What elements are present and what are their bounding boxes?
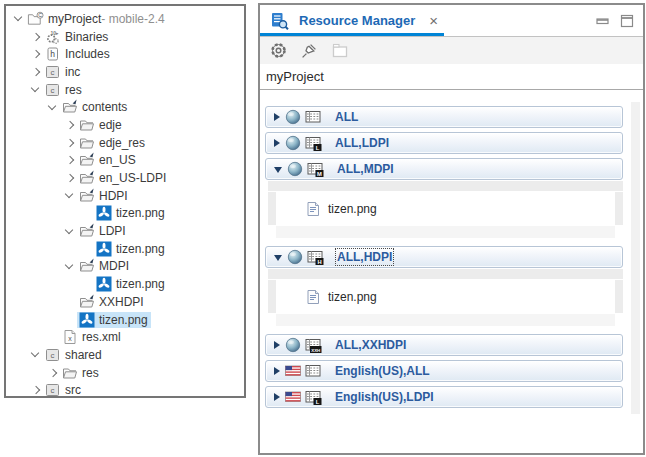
chevron-right-icon[interactable] [29,65,43,79]
globe-icon [285,109,301,125]
maximize-icon[interactable] [620,14,634,28]
chevron-down-icon[interactable] [63,189,77,203]
resource-group-label: ALL [335,110,358,124]
folder-icon [78,117,95,133]
resource-group-label: ALL,LDPI [335,136,389,150]
tree-item-edje[interactable]: edje [6,116,244,134]
triangle-right-icon[interactable] [274,367,280,375]
triangle-right-icon[interactable] [274,393,280,401]
vertical-scrollbar[interactable] [631,102,640,414]
chevron-down-icon[interactable] [12,12,26,26]
chevron-down-icon[interactable] [63,259,77,273]
window-icon [329,40,351,62]
tree-item-label: res.xml [82,330,121,344]
tree-item-content: XXHDPI [77,294,147,310]
globe-icon [287,249,303,265]
tree-item-tizen-png[interactable]: tizen.png [6,205,244,223]
chevron-spacer [80,242,94,256]
tree-item-res-xml[interactable]: xres.xml [6,328,244,346]
resource-group-header[interactable]: HALL,HDPI [265,246,623,268]
project-tree: CmyProject - mobile-2.410▸BinarieshInclu… [6,10,244,398]
chevron-right-icon[interactable] [29,383,43,397]
chevron-right-icon[interactable] [63,153,77,167]
tree-item-label: shared [65,348,102,362]
resource-group-header[interactable]: LEnglish(US),LDPI [265,386,623,408]
resource-group-header[interactable]: XXHALL,XXHDPI [265,334,623,356]
tree-item-tizen-png[interactable]: tizen.png [6,240,244,258]
resource-item-tizen-png[interactable]: tizen.png [306,201,377,217]
triangle-down-icon[interactable] [274,167,282,173]
chevron-right-icon[interactable] [63,136,77,150]
tree-item-mdpi[interactable]: MDPI [6,258,244,276]
resource-group-header[interactable]: English(US),ALL [265,360,623,382]
content-scroll-strip[interactable] [615,192,623,225]
chevron-right-icon[interactable] [29,47,43,61]
tree-item-includes[interactable]: hIncludes [6,45,244,63]
triangle-right-icon[interactable] [274,341,280,349]
tree-item-contents[interactable]: contents [6,98,244,116]
tab-resource-manager[interactable]: Resource Manager × [260,5,444,36]
c-folder-icon: c [44,347,61,363]
includes-icon: h [44,46,61,62]
tree-item-content: HDPI [77,188,131,204]
tree-item-tizen-png[interactable]: tizen.png [6,311,244,329]
resource-group-header[interactable]: MALL,MDPI [265,158,623,180]
triangle-right-icon[interactable] [274,113,280,121]
gear-icon[interactable] [267,40,289,62]
resource-item-label: tizen.png [328,290,377,304]
chevron-right-icon[interactable] [63,171,77,185]
tree-item-res[interactable]: cres [6,81,244,99]
resource-group-header[interactable]: LALL,LDPI [265,132,623,154]
chevron-down-icon[interactable] [63,224,77,238]
resource-group-header[interactable]: ALL [265,106,623,128]
tree-item-label: Binaries [65,30,108,44]
resource-group-all-xxhdpi: XXHALL,XXHDPI [265,334,623,356]
tree-item-tizen-png[interactable]: tizen.png [6,275,244,293]
tree-item-content: edje_res [77,135,148,151]
content-scroll-strip[interactable] [615,280,623,313]
triangle-right-icon[interactable] [274,139,280,147]
tree-item-content: tizen.png [94,241,168,257]
tree-item-label: edje [99,118,122,132]
chevron-right-icon[interactable] [63,118,77,132]
chevron-down-icon[interactable] [46,100,60,114]
window-buttons [596,5,643,36]
c-folder-icon: c [44,82,61,98]
tree-item-en-us-ldpi[interactable]: en_US-LDPI [6,169,244,187]
tree-item-label: en_US [99,153,136,167]
resource-group-label: English(US),LDPI [335,390,434,404]
tree-item-label: res [65,83,82,97]
minimize-icon[interactable] [596,15,610,27]
tree-item-myproject[interactable]: CmyProject - mobile-2.4 [6,10,244,28]
close-icon[interactable]: × [429,13,438,28]
content-footer-strip [276,226,615,238]
chevron-down-icon[interactable] [29,348,43,362]
resource-item-tizen-png[interactable]: tizen.png [306,289,377,305]
tree-item-label: res [82,366,99,380]
tree-item-hdpi[interactable]: HDPI [6,187,244,205]
chevron-down-icon[interactable] [29,83,43,97]
tree-item-ldpi[interactable]: LDPI [6,222,244,240]
tree-item-label: src [65,383,81,397]
folder-icon [61,365,78,381]
pin-icon[interactable] [298,40,320,62]
triangle-down-icon[interactable] [274,255,282,261]
tree-item-src[interactable]: csrc [6,381,244,398]
tree-item-en-us[interactable]: en_US [6,152,244,170]
tree-item-res[interactable]: res [6,364,244,382]
tree-item-edje-res[interactable]: edje_res [6,134,244,152]
resource-item-label: tizen.png [328,202,377,216]
tree-item-xxhdpi[interactable]: XXHDPI [6,293,244,311]
tree-item-binaries[interactable]: 10▸Binaries [6,28,244,46]
tree-item-shared[interactable]: cshared [6,346,244,364]
content-header-strip [268,269,623,279]
tree-item-label: LDPI [99,224,126,238]
tree-item-label: edje_res [99,136,145,150]
resource-group-label: ALL,MDPI [337,162,394,176]
tree-item-label: inc [65,65,80,79]
tree-item-label: tizen.png [99,313,148,327]
tree-item-inc[interactable]: cinc [6,63,244,81]
chevron-right-icon[interactable] [46,366,60,380]
tizen-image-icon [95,241,112,257]
chevron-right-icon[interactable] [29,30,43,44]
